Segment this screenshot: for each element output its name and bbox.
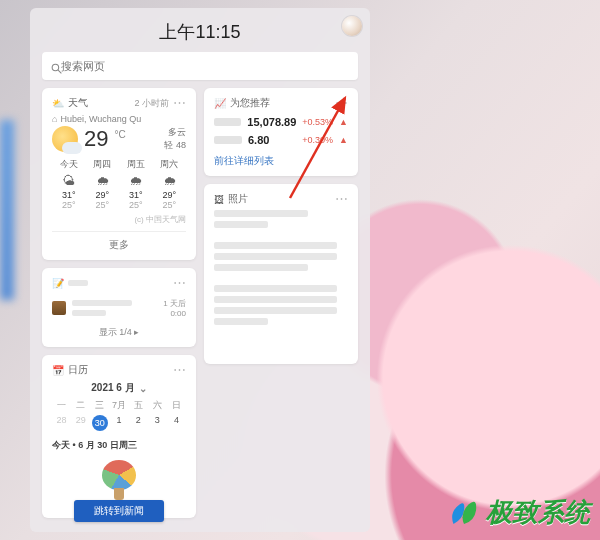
weather-card[interactable]: ⛅ 天气 2 小时前 ⋯ ⌂ Hubei, Wuchang Qu 29 °C 多… [42, 88, 196, 260]
todo-footer[interactable]: 显示 1/4 ▸ [52, 326, 186, 339]
calendar-event: 今天 • 6 月 30 日周三 [52, 439, 186, 452]
calendar-dow: 一二三7月五六日 [52, 399, 186, 412]
forecast-row: 今天🌤31°25° 周四🌧29°25° 周五🌧31°25° 周六🌧29°25° [52, 158, 186, 210]
search-icon [50, 61, 61, 72]
weather-condition: 多云轻 48 [164, 126, 186, 152]
stock-name [214, 118, 241, 126]
finance-title: 为您推荐 [230, 96, 270, 110]
weather-unit: °C [114, 129, 125, 140]
widgets-panel: 上午11:15 ⛅ 天气 2 小时前 ⋯ ⌂ Hubei, Wuchang Qu [30, 8, 370, 532]
news-button[interactable]: 跳转到新闻 [74, 500, 164, 522]
todo-menu[interactable]: ⋯ [173, 280, 186, 286]
todo-icon: 📝 [52, 278, 64, 289]
weather-title: 天气 [68, 96, 88, 110]
photos-title: 照片 [228, 192, 248, 206]
stock-row[interactable]: 15,078.89 +0.53% ▲ [214, 116, 348, 128]
calendar-title: 日历 [68, 363, 88, 377]
weather-temp: 29 [84, 126, 108, 152]
up-arrow-icon: ▲ [339, 117, 348, 127]
up-arrow-icon: ▲ [339, 135, 348, 145]
taskbar-edge [0, 120, 14, 300]
finance-link[interactable]: 前往详细列表 [214, 154, 348, 168]
weather-location: ⌂ Hubei, Wuchang Qu [52, 114, 186, 124]
photos-icon: 🖼 [214, 194, 224, 205]
todo-thumb [52, 301, 66, 315]
finance-menu[interactable]: ⋯ [335, 100, 348, 106]
weather-menu[interactable]: ⋯ [173, 100, 186, 106]
calendar-month[interactable]: 2021 6 月⌄ [52, 381, 186, 395]
weather-source: (c) 中国天气网 [52, 214, 186, 225]
calendar-menu[interactable]: ⋯ [173, 367, 186, 373]
finance-card[interactable]: 📈 为您推荐 ⋯ 15,078.89 +0.53% ▲ 6.80 +0.30% … [204, 88, 358, 176]
svg-point-0 [52, 64, 59, 70]
clock: 上午11:15 [38, 20, 362, 44]
todo-card[interactable]: 📝 ⋯ 1 天后0:00 显示 1/4 ▸ [42, 268, 196, 347]
avatar[interactable] [342, 16, 362, 36]
search-box[interactable] [42, 52, 358, 80]
watermark: 极致系统 [446, 494, 590, 530]
home-icon: ⌂ [52, 114, 57, 124]
calendar-art [52, 460, 186, 492]
finance-icon: 📈 [214, 98, 226, 109]
stock-row[interactable]: 6.80 +0.30% ▲ [214, 134, 348, 146]
photos-card[interactable]: 🖼 照片 ⋯ [204, 184, 358, 364]
calendar-icon: 📅 [52, 365, 64, 376]
weather-updated: 2 小时前 [134, 97, 169, 110]
chevron-down-icon: ⌄ [139, 383, 147, 394]
calendar-week[interactable]: 2829301234 [52, 415, 186, 431]
stock-name [214, 136, 242, 144]
weather-icon: ⛅ [52, 98, 64, 109]
photos-menu[interactable]: ⋯ [335, 196, 348, 202]
calendar-card[interactable]: 📅 日历 ⋯ 2021 6 月⌄ 一二三7月五六日 2829301234 今天 … [42, 355, 196, 518]
todo-item[interactable]: 1 天后0:00 [52, 296, 186, 320]
weather-more[interactable]: 更多 [52, 231, 186, 252]
search-input[interactable] [61, 60, 350, 72]
weather-glyph [52, 126, 78, 152]
